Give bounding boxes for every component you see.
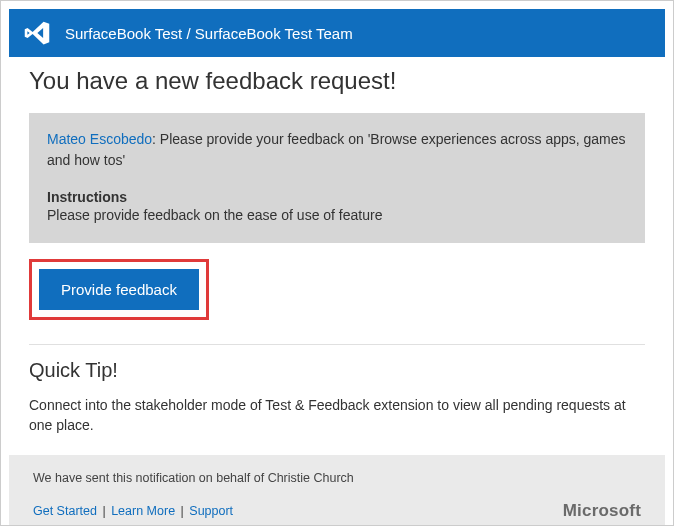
requester-name[interactable]: Mateo Escobedo [47, 131, 152, 147]
footer-links: Get Started | Learn More | Support [33, 504, 233, 518]
link-separator: | [102, 504, 105, 518]
quick-tip-text: Connect into the stakeholder mode of Tes… [29, 396, 645, 435]
provide-feedback-button[interactable]: Provide feedback [39, 269, 199, 310]
instructions-text: Please provide feedback on the ease of u… [47, 207, 627, 223]
header-bar: SurfaceBook Test / SurfaceBook Test Team [9, 9, 665, 57]
footer-note: We have sent this notification on behalf… [33, 471, 641, 485]
request-message: Mateo Escobedo: Please provide your feed… [47, 129, 627, 171]
get-started-link[interactable]: Get Started [33, 504, 97, 518]
link-separator: | [181, 504, 184, 518]
learn-more-link[interactable]: Learn More [111, 504, 175, 518]
footer: We have sent this notification on behalf… [9, 455, 665, 526]
footer-note-prefix: We have sent this notification on behalf… [33, 471, 268, 485]
microsoft-logo: Microsoft [563, 501, 641, 521]
quick-tip-title: Quick Tip! [29, 359, 645, 382]
feedback-request-box: Mateo Escobedo: Please provide your feed… [29, 113, 645, 243]
visual-studio-icon [23, 19, 51, 47]
quick-tip-section: Quick Tip! Connect into the stakeholder … [1, 345, 673, 455]
cta-highlight: Provide feedback [29, 259, 209, 320]
breadcrumb[interactable]: SurfaceBook Test / SurfaceBook Test Team [65, 25, 353, 42]
footer-sender: Christie Church [268, 471, 354, 485]
main-content: You have a new feedback request! Mateo E… [1, 57, 673, 320]
instructions-label: Instructions [47, 189, 627, 205]
support-link[interactable]: Support [189, 504, 233, 518]
footer-bottom: Get Started | Learn More | Support Micro… [33, 501, 641, 521]
page-title: You have a new feedback request! [29, 67, 645, 95]
